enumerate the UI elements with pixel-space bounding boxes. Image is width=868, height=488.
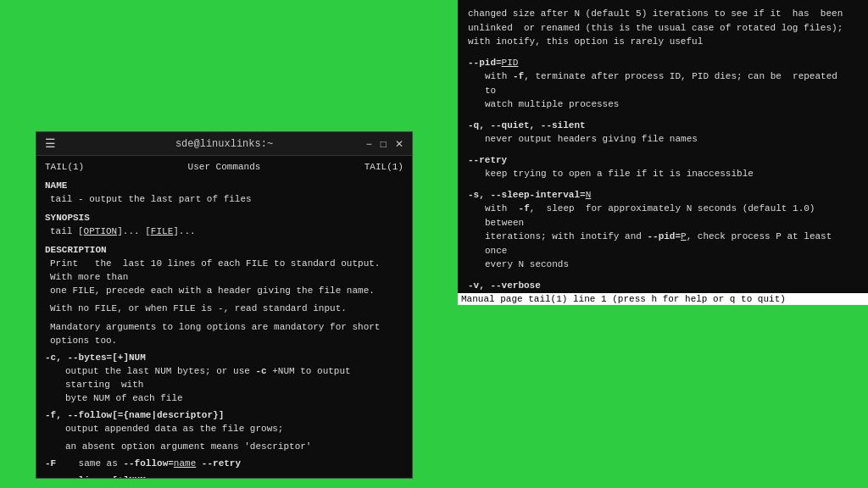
description-section: DESCRIPTION Print the last 10 lines of e… (45, 244, 403, 349)
desc-line1: Print the last 10 lines of each FILE to … (50, 258, 403, 285)
terminal-left: ☰ sde@linuxlinks:~ − □ ✕ TAIL(1) User Co… (36, 131, 413, 479)
man-header: TAIL(1) User Commands TAIL(1) (45, 161, 403, 175)
synopsis-section: SYNOPSIS tail [OPTION]... [FILE]... (45, 212, 403, 239)
opt-c-desc2: byte NUM of each file (65, 392, 403, 406)
right-line-2: unlinked or renamed (this is the usual c… (468, 21, 858, 36)
right-line-1: changed size after N (default 5) iterati… (468, 7, 858, 21)
right-pid-desc1: with -f, terminate after process ID, PID… (468, 69, 858, 97)
synopsis-cmd: tail [OPTION]... [FILE]... (50, 226, 196, 236)
terminal-title: sde@linuxlinks:~ (175, 138, 273, 150)
man-header-left: TAIL(1) (45, 161, 84, 175)
desc-line2: one FILE, precede each with a header giv… (50, 285, 403, 298)
right-q-desc: never output headers giving file names (468, 132, 858, 147)
titlebar: ☰ sde@linuxlinks:~ − □ ✕ (36, 132, 412, 156)
man-header-right: TAIL(1) (364, 161, 403, 175)
terminal-right: changed size after N (default 5) iterati… (458, 0, 868, 305)
description-body: Print the last 10 lines of each FILE to … (50, 258, 403, 349)
terminal-right-content: changed size after N (default 5) iterati… (458, 0, 868, 293)
right-retry-desc: keep trying to open a file if it is inac… (468, 167, 858, 181)
right-s-opt: -s, --sleep-interval=N (468, 188, 858, 202)
titlebar-controls: − □ ✕ (366, 138, 403, 150)
right-s-desc2: iterations; with inotify and --pid=P, ch… (468, 230, 858, 258)
titlebar-left: ☰ (45, 136, 56, 151)
synopsis-body: tail [OPTION]... [FILE]... (50, 225, 403, 239)
name-body: tail - output the last part of files (50, 193, 403, 207)
synopsis-title: SYNOPSIS (45, 212, 403, 225)
desc-line4: With no FILE, or when FILE is -, read st… (50, 302, 403, 316)
opt-c-desc1: output the last NUM bytes; or use -c +NU… (65, 365, 403, 392)
right-q-opt: -q, --quiet, --silent (468, 119, 858, 133)
options-section: -c, --bytes=[+]NUM output the last NUM b… (45, 352, 403, 478)
opt-f-line: -f, --follow[={name|descriptor}] (45, 409, 403, 423)
description-title: DESCRIPTION (45, 244, 403, 258)
right-pid-opt: --pid=PID (468, 56, 858, 70)
opt-f-desc1: output appended data as the file grows; (65, 423, 403, 436)
opt-c-line: -c, --bytes=[+]NUM (45, 352, 403, 365)
right-pid-desc2: watch multiple processes (468, 97, 858, 112)
terminal-left-content: TAIL(1) User Commands TAIL(1) NAME tail … (36, 156, 412, 478)
name-title: NAME (45, 180, 403, 193)
name-body-text: tail - output the last part of files (50, 194, 252, 204)
opt-F-line: -F same as --follow=name --retry (45, 458, 403, 471)
man-header-center: User Commands (188, 161, 261, 175)
right-line-3: with inotify, this option is rarely usef… (468, 35, 858, 49)
hamburger-icon[interactable]: ☰ (45, 136, 56, 151)
maximize-button[interactable]: □ (381, 138, 387, 150)
right-status-bar: Manual page tail(1) line 1 (press h for … (458, 293, 868, 305)
minimize-button[interactable]: − (366, 138, 372, 150)
desc-line6: Mandatory arguments to long options are … (50, 321, 403, 348)
right-v-opt: -v, --verbose (468, 279, 858, 293)
right-retry-opt: --retry (468, 153, 858, 168)
opt-n-line: -n, --lines=[+]NUM (45, 474, 403, 478)
opt-f-desc3: an absent option argument means 'descrip… (65, 441, 403, 454)
name-section: NAME tail - output the last part of file… (45, 180, 403, 207)
close-button[interactable]: ✕ (395, 138, 403, 150)
right-s-desc3: every N seconds (468, 258, 858, 272)
right-s-desc1: with -f, sleep for approximately N secon… (468, 202, 858, 230)
